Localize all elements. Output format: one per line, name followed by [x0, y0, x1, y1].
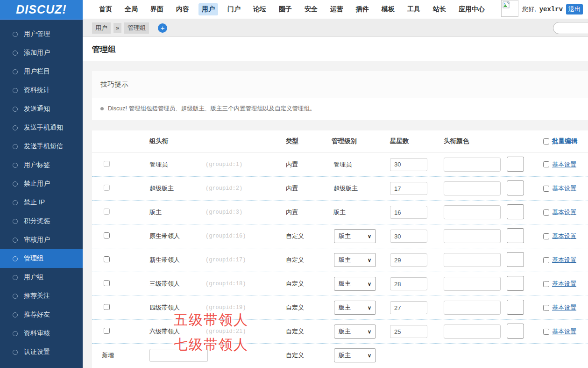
sidebar-item-recommend-friend[interactable]: 推荐好友 [0, 305, 83, 324]
color-picker-button[interactable] [507, 204, 524, 219]
nav-item-global[interactable]: 全局 [121, 3, 141, 15]
stars-input[interactable] [390, 158, 427, 171]
row-action-checkbox[interactable] [543, 161, 549, 167]
stars-input[interactable] [390, 206, 427, 219]
row-action-checkbox[interactable] [543, 281, 549, 287]
batch-edit-link[interactable]: 批量编辑 [552, 137, 577, 145]
stars-input[interactable] [390, 253, 427, 267]
nav-item-operation[interactable]: 运营 [327, 3, 347, 15]
nav-item-user[interactable]: 用户 [198, 3, 218, 15]
color-picker-button[interactable] [507, 157, 524, 172]
row-checkbox[interactable] [104, 185, 110, 191]
nav-item-content[interactable]: 内容 [173, 3, 192, 15]
title-color-input[interactable] [444, 158, 501, 172]
sidebar-item-profile-stats[interactable]: 资料统计 [0, 81, 83, 100]
admin-level-select[interactable]: 版主 ∨ [334, 253, 376, 267]
sidebar-item-verify-settings[interactable]: 认证设置 [0, 343, 83, 361]
sidebar-item-label: 发送手机通知 [24, 123, 63, 132]
sidebar-item-profile-audit[interactable]: 资料审核 [0, 324, 83, 343]
nav-item-plugins[interactable]: 插件 [353, 3, 372, 15]
admin-level-select[interactable]: 版主 ∨ [334, 301, 376, 315]
basic-settings-link[interactable]: 基本设置 [552, 303, 576, 312]
stars-input[interactable] [390, 301, 427, 314]
stars-input[interactable] [390, 182, 427, 195]
basic-settings-link[interactable]: 基本设置 [552, 208, 576, 216]
select-all-checkbox[interactable] [543, 138, 549, 144]
add-tab-button[interactable]: + [158, 23, 167, 33]
breadcrumb-section[interactable]: 用户 [92, 22, 111, 34]
row-action-checkbox[interactable] [543, 209, 549, 216]
color-picker-button[interactable] [507, 180, 524, 195]
group-id: (groupid:18) [205, 281, 286, 287]
search-input[interactable] [553, 22, 588, 34]
row-checkbox[interactable] [104, 232, 110, 238]
row-checkbox[interactable] [104, 161, 110, 167]
row-action-checkbox[interactable] [543, 186, 549, 192]
nav-item-templates[interactable]: 模板 [378, 3, 398, 15]
discuz-logo[interactable]: DISCUZ! [16, 3, 66, 16]
color-picker-button[interactable] [507, 252, 524, 267]
nav-item-app-center[interactable]: 应用中心 [455, 3, 488, 15]
admin-level-select[interactable]: 版主 ∨ [334, 348, 376, 362]
title-color-input[interactable] [444, 253, 501, 267]
sidebar-item-ban-ip[interactable]: 禁止 IP [0, 193, 83, 212]
nav-item-interface[interactable]: 界面 [147, 3, 167, 15]
row-action-checkbox[interactable] [543, 305, 549, 311]
breadcrumb-page[interactable]: 管理组 [124, 22, 149, 34]
title-color-input[interactable] [444, 325, 501, 339]
sidebar-item-recommend-follow[interactable]: 推荐关注 [0, 287, 83, 305]
nav-item-group[interactable]: 圈子 [276, 3, 295, 15]
basic-settings-link[interactable]: 基本设置 [552, 184, 576, 193]
basic-settings-link[interactable]: 基本设置 [552, 160, 576, 169]
nav-item-tools[interactable]: 工具 [404, 3, 424, 15]
sidebar-item-user-fields[interactable]: 用户栏目 [0, 62, 83, 81]
row-action-checkbox[interactable] [543, 257, 549, 263]
color-picker-button[interactable] [507, 276, 524, 291]
sidebar-item-user-manage[interactable]: 用户管理 [0, 25, 83, 43]
color-picker-button[interactable] [507, 300, 524, 315]
stars-input[interactable] [390, 325, 427, 338]
sidebar-item-send-sms[interactable]: 发送手机短信 [0, 137, 83, 156]
row-checkbox[interactable] [104, 209, 110, 215]
sidebar-item-add-user[interactable]: 添加用户 [0, 43, 83, 62]
nav-item-forum[interactable]: 论坛 [250, 3, 269, 15]
basic-settings-link[interactable]: 基本设置 [552, 280, 576, 288]
sidebar-item-credit-reward[interactable]: 积分奖惩 [0, 212, 83, 231]
nav-item-security[interactable]: 安全 [301, 3, 321, 15]
user-greeting: 您好, yexlrv 退出 [522, 0, 583, 19]
sidebar-item-user-group[interactable]: 用户组 [0, 268, 83, 287]
admin-level-select[interactable]: 版主 ∨ [334, 325, 376, 339]
basic-settings-link[interactable]: 基本设置 [552, 232, 576, 240]
nav-item-portal[interactable]: 门户 [224, 3, 244, 15]
sidebar-item-audit-user[interactable]: 审核用户 [0, 231, 83, 249]
title-color-input[interactable] [444, 301, 501, 315]
color-picker-button[interactable] [507, 228, 524, 243]
row-checkbox[interactable] [104, 304, 110, 310]
nav-item-webmaster[interactable]: 站长 [430, 3, 449, 15]
title-color-input[interactable] [444, 277, 501, 291]
admin-level-select[interactable]: 版主 ∨ [334, 277, 376, 291]
avatar[interactable] [501, 0, 518, 17]
stars-input[interactable] [390, 277, 427, 290]
sidebar-item-send-mobile-notice[interactable]: 发送手机通知 [0, 118, 83, 137]
logout-button[interactable]: 退出 [566, 4, 583, 14]
sidebar-item-label: 禁止 IP [24, 198, 45, 207]
sidebar-item-ban-user[interactable]: 禁止用户 [0, 174, 83, 193]
basic-settings-link[interactable]: 基本设置 [552, 256, 576, 264]
title-color-input[interactable] [444, 205, 501, 219]
title-color-input[interactable] [444, 181, 501, 195]
sidebar-item-send-notice[interactable]: 发送通知 [0, 100, 83, 118]
sidebar-item-user-tags[interactable]: 用户标签 [0, 156, 83, 174]
title-color-input[interactable] [444, 229, 501, 243]
stars-input[interactable] [390, 230, 427, 243]
row-checkbox[interactable] [104, 328, 110, 334]
nav-item-home[interactable]: 首页 [96, 3, 115, 15]
row-action-checkbox[interactable] [543, 233, 549, 239]
basic-settings-link[interactable]: 基本设置 [552, 327, 576, 336]
row-checkbox[interactable] [104, 256, 110, 262]
color-picker-button[interactable] [507, 324, 524, 339]
admin-level-select[interactable]: 版主 ∨ [334, 229, 376, 243]
sidebar-item-admin-group[interactable]: 管理组 [0, 249, 83, 268]
row-action-checkbox[interactable] [543, 329, 549, 335]
row-checkbox[interactable] [104, 280, 110, 286]
